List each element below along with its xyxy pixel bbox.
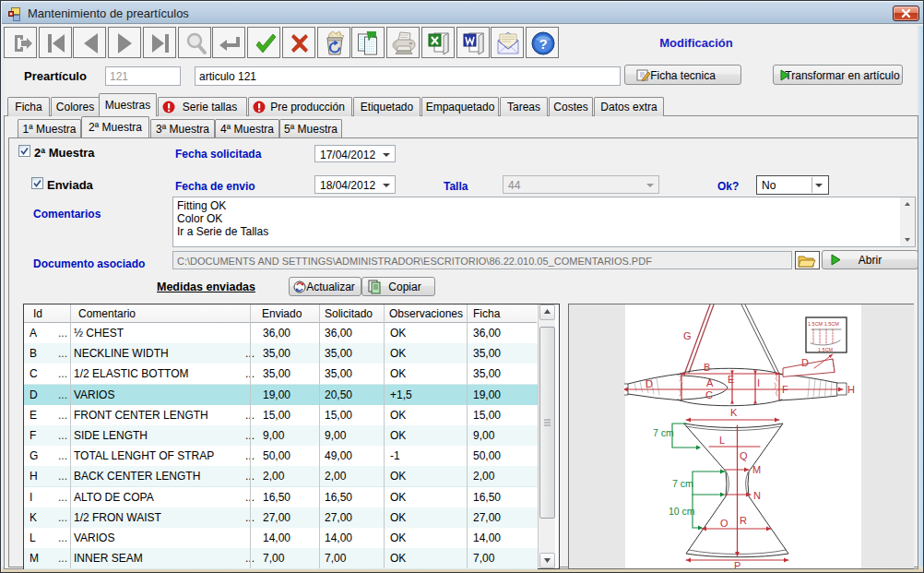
- svg-text:A: A: [706, 377, 714, 388]
- svg-text:P: P: [734, 560, 740, 568]
- svg-text:G: G: [683, 330, 692, 341]
- svg-text:H: H: [847, 384, 855, 395]
- svg-text:E: E: [728, 374, 734, 385]
- svg-text:D: D: [646, 378, 653, 389]
- svg-text:1.5CM: 1.5CM: [818, 347, 834, 352]
- svg-text:R: R: [740, 515, 747, 526]
- svg-text:F: F: [782, 384, 788, 395]
- svg-text:?: ?: [539, 36, 547, 52]
- svg-text:N: N: [753, 490, 761, 501]
- svg-text:7 cm: 7 cm: [672, 478, 693, 489]
- svg-text:L: L: [719, 435, 725, 446]
- svg-text:K: K: [730, 407, 738, 418]
- svg-text:D: D: [801, 357, 809, 368]
- svg-text:B: B: [704, 362, 710, 373]
- svg-text:10 cm: 10 cm: [669, 506, 695, 517]
- svg-text:I: I: [757, 377, 760, 388]
- svg-text:Q: Q: [740, 450, 748, 461]
- svg-text:1.5CM 1.5CM: 1.5CM 1.5CM: [808, 321, 839, 327]
- svg-text:7 cm: 7 cm: [653, 427, 674, 438]
- svg-text:O: O: [720, 518, 729, 529]
- svg-text:C: C: [705, 389, 713, 400]
- svg-text:M: M: [752, 464, 761, 475]
